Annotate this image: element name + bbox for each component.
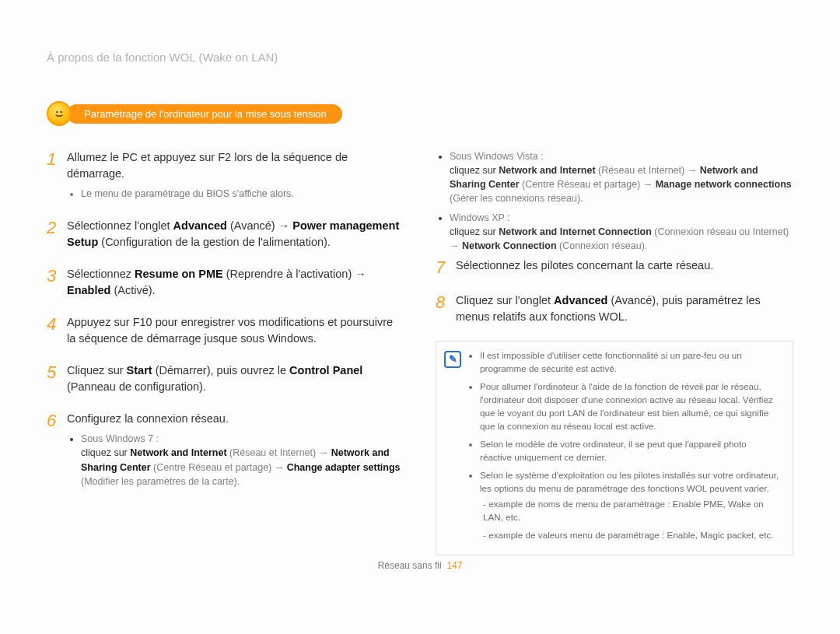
svg-point-1 bbox=[60, 111, 61, 113]
step-6: 6 Configurez la connexion réseau. Sous W… bbox=[47, 411, 404, 493]
os-label: Sous Windows Vista : bbox=[450, 151, 544, 162]
step-text: Cliquez sur l'onglet Advanced (Avancé), … bbox=[456, 292, 793, 325]
note-item: Selon le système d'exploitation ou les p… bbox=[480, 469, 780, 543]
page-footer: Réseau sans fil 147 bbox=[47, 560, 793, 571]
step-number: 3 bbox=[47, 264, 67, 302]
os-instructions-xp: Windows XP : cliquez sur Network and Int… bbox=[450, 211, 793, 253]
section-header-pill: Paramétrage de l'ordinateur pour la mise… bbox=[67, 104, 342, 124]
page-number: 147 bbox=[446, 560, 462, 571]
step-4: 4 Appuyez sur F10 pour enregistrer vos m… bbox=[47, 314, 404, 350]
note-item: Selon le modèle de votre ordinateur, il … bbox=[480, 438, 780, 464]
step-text: Sélectionnez les pilotes concernant la c… bbox=[456, 257, 793, 274]
os-instructions-win7: Sous Windows 7 : cliquez sur Network and… bbox=[81, 432, 404, 489]
step-3: 3 Sélectionnez Resume on PME (Reprendre … bbox=[47, 266, 404, 302]
step-text: Allumez le PC et appuyez sur F2 lors de … bbox=[67, 149, 404, 182]
smiley-icon bbox=[47, 101, 72, 126]
step-text: Cliquez sur Start (Démarrer), puis ouvre… bbox=[67, 363, 404, 395]
step-number: 6 bbox=[47, 408, 67, 493]
step-2: 2 Sélectionnez l'onglet Advanced (Avancé… bbox=[47, 218, 404, 254]
footer-section-label: Réseau sans fil bbox=[378, 560, 442, 571]
step-7: 7 Sélectionnez les pilotes concernant la… bbox=[436, 257, 793, 280]
os-label: Windows XP : bbox=[450, 212, 510, 223]
step-text: Sélectionnez l'onglet Advanced (Avancé) … bbox=[67, 218, 404, 250]
step-text: Appuyez sur F10 pour enregistrer vos mod… bbox=[67, 314, 404, 347]
pencil-note-icon: ✎ bbox=[444, 351, 461, 368]
step-8: 8 Cliquez sur l'onglet Advanced (Avancé)… bbox=[436, 292, 793, 328]
step-number: 4 bbox=[47, 312, 67, 350]
note-box: ✎ Il est impossible d'utiliser cette fon… bbox=[436, 341, 793, 556]
note-sub-item: example de valeurs menu de paramétrage :… bbox=[483, 529, 780, 542]
step-text: Sélectionnez Resume on PME (Reprendre à … bbox=[67, 266, 404, 299]
step-text: Configurez la connexion réseau. bbox=[67, 411, 404, 427]
step-number: 8 bbox=[436, 290, 456, 328]
step-number: 7 bbox=[436, 255, 456, 280]
os-instructions-vista: Sous Windows Vista : cliquez sur Network… bbox=[450, 149, 793, 206]
left-column: 1 Allumez le PC et appuyez sur F2 lors d… bbox=[47, 149, 404, 555]
section-header: Paramétrage de l'ordinateur pour la mise… bbox=[47, 101, 793, 126]
svg-point-0 bbox=[56, 111, 58, 113]
note-item: Il est impossible d'utiliser cette fonct… bbox=[480, 349, 780, 376]
step-1: 1 Allumez le PC et appuyez sur F2 lors d… bbox=[47, 149, 404, 205]
step-5: 5 Cliquez sur Start (Démarrer), puis ouv… bbox=[47, 363, 404, 398]
breadcrumb: À propos de la fonction WOL (Wake on LAN… bbox=[47, 51, 793, 64]
note-item: Pour allumer l'ordinateur à l'aide de la… bbox=[480, 380, 780, 433]
right-column: Sous Windows Vista : cliquez sur Network… bbox=[436, 149, 793, 555]
step-sub-bullet: Le menu de paramétrage du BIOS s'affiche… bbox=[81, 187, 404, 201]
note-sub-item: example de noms de menu de paramétrage :… bbox=[483, 498, 780, 524]
step-number: 2 bbox=[47, 215, 67, 254]
os-label: Sous Windows 7 : bbox=[81, 433, 159, 444]
step-number: 1 bbox=[47, 147, 67, 205]
step-number: 5 bbox=[47, 360, 67, 398]
